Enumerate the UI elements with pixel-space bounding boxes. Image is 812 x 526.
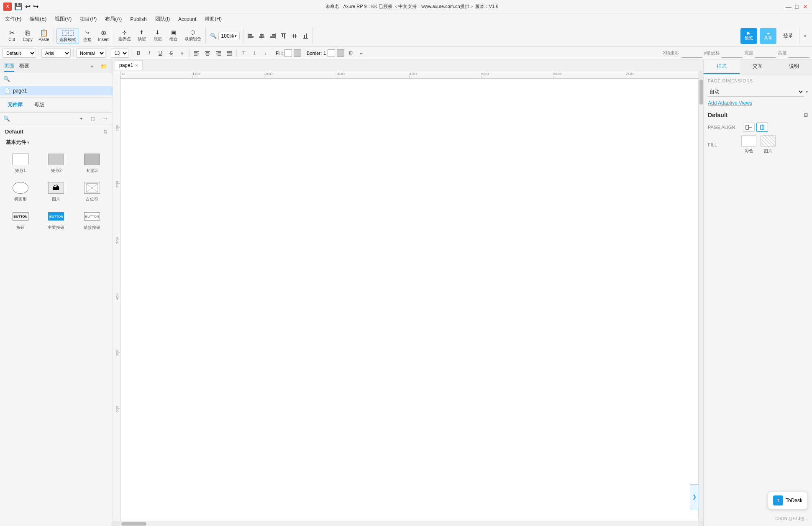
x-axis-input[interactable] <box>681 49 702 58</box>
menu-project[interactable]: 项目(P) <box>77 15 100 23</box>
horizontal-scrollbar[interactable] <box>120 521 698 526</box>
add-adaptive-views-link[interactable]: Add Adaptive Views <box>708 100 808 106</box>
copy-button[interactable]: ⎘ Copy <box>20 28 35 44</box>
canvas-area[interactable]: page1 ✕ ⊕ 0 100 200 300 400 500 <box>113 59 703 526</box>
select-mode-button[interactable]: ⬚⬚ 选择模式 <box>56 28 79 44</box>
fill-color-swatch[interactable] <box>284 49 292 57</box>
comp-link-button[interactable]: BUTTON 链接按钮 <box>75 206 109 233</box>
comp-placeholder[interactable]: 占位符 <box>75 178 109 205</box>
text-align-center-button[interactable] <box>203 49 212 58</box>
tab-masters[interactable]: 母版 <box>31 100 48 110</box>
vert-align-top-button[interactable]: ⊤ <box>239 49 248 58</box>
panel-expand-button[interactable]: ❯ <box>690 484 699 509</box>
share-button[interactable]: ☁ 共享 <box>760 28 776 44</box>
italic-button[interactable]: I <box>145 49 154 58</box>
library-expand-icon[interactable]: ⇅ <box>103 129 108 135</box>
comp-add-button[interactable]: + <box>77 114 86 123</box>
ungroup-button[interactable]: ⬡ 取消组合 <box>182 28 204 44</box>
redo-icon[interactable]: ↪ <box>33 3 38 10</box>
text-justify-button[interactable] <box>225 49 234 58</box>
strikethrough-button[interactable]: S <box>166 49 176 58</box>
page-align-left-button[interactable] <box>743 123 755 132</box>
login-button[interactable]: 登录 <box>779 31 797 41</box>
font-select[interactable]: Arial <box>41 49 71 58</box>
cut-button[interactable]: ✂ Cut <box>4 28 19 44</box>
comp-oval[interactable]: 椭圆形 <box>3 178 38 205</box>
border-style-swatch[interactable] <box>337 49 344 57</box>
text-align-right-button[interactable] <box>214 49 223 58</box>
page-item[interactable]: 📄 page1 <box>0 86 113 95</box>
comp-search-icon[interactable]: 🔍 <box>3 115 10 122</box>
tab-library[interactable]: 元件库 <box>4 100 26 110</box>
comp-primary-button[interactable]: BUTTON 主要按钮 <box>39 206 74 233</box>
more-toolbar-button[interactable]: » <box>800 28 809 44</box>
canvas-scroll[interactable]: ⊕ 0 100 200 300 400 500 600 <box>113 71 703 526</box>
edge-point-button[interactable]: ⊹ 边界点 <box>116 28 133 44</box>
comp-image[interactable]: 🏔 图片 <box>39 178 74 205</box>
height-input[interactable] <box>789 49 809 58</box>
menu-layout[interactable]: 布局(A) <box>102 15 125 23</box>
fill-color-option[interactable]: 彩色 <box>741 135 756 154</box>
close-button[interactable]: ✕ <box>802 3 809 10</box>
align-bottom-button[interactable] <box>300 31 310 41</box>
window-controls[interactable]: — □ ✕ <box>785 3 809 10</box>
dimension-select[interactable]: 自动 <box>708 87 804 97</box>
insert-button[interactable]: ⊕ Insert <box>96 28 111 44</box>
add-folder-button[interactable]: 📁 <box>99 62 108 71</box>
border-sides-button[interactable]: ⊞ <box>346 49 355 58</box>
style-dropdown[interactable]: Normal <box>76 49 105 58</box>
menu-publish[interactable]: Publish <box>127 15 150 23</box>
page-align-center-button[interactable] <box>756 123 768 132</box>
list-button[interactable]: ≡ <box>177 49 187 58</box>
bottom-layer-button[interactable]: ⬇ 底层 <box>150 28 165 44</box>
y-axis-input[interactable] <box>722 49 743 58</box>
tab-notes[interactable]: 说明 <box>776 59 812 74</box>
fill-pattern-swatch[interactable] <box>294 49 301 57</box>
save-icon[interactable]: 💾 <box>14 3 23 10</box>
todesk-widget[interactable]: T ToDesk <box>768 492 808 509</box>
text-align-left-button[interactable] <box>192 49 201 58</box>
edit-default-icon[interactable]: ⊟ <box>804 112 808 118</box>
group-button[interactable]: ▣ 组合 <box>166 28 181 44</box>
comp-more-button[interactable]: ⋯ <box>100 114 109 123</box>
connect-button[interactable]: ⤷ 连接 <box>80 28 95 44</box>
vert-align-bot-button[interactable]: ↓ <box>261 49 270 58</box>
vert-align-mid-button[interactable]: ⊥ <box>250 49 259 58</box>
align-right-button[interactable] <box>268 31 278 41</box>
undo-icon[interactable]: ↩ <box>25 3 31 10</box>
width-input[interactable] <box>755 49 776 58</box>
comp-rect1[interactable]: 矩形1 <box>3 149 38 176</box>
paste-button[interactable]: 📋 Paste <box>36 28 52 44</box>
maximize-button[interactable]: □ <box>794 3 800 10</box>
bold-button[interactable]: B <box>134 49 143 58</box>
comp-rect2[interactable]: 矩形2 <box>39 149 74 176</box>
v-scroll-thumb[interactable] <box>699 80 703 105</box>
top-layer-button[interactable]: ⬆ 顶层 <box>134 28 149 44</box>
pages-search-icon[interactable]: 🔍 <box>3 76 10 82</box>
align-center-h-button[interactable] <box>257 31 267 41</box>
minimize-button[interactable]: — <box>785 3 792 10</box>
h-scroll-thumb[interactable] <box>121 522 146 526</box>
underline-button[interactable]: U <box>156 49 165 58</box>
zoom-selector[interactable]: 100% ▾ <box>218 32 240 40</box>
align-top-button[interactable] <box>279 31 289 41</box>
font-size-select[interactable]: 13 <box>111 49 128 58</box>
add-page-button[interactable]: + <box>87 62 97 71</box>
vertical-scrollbar[interactable] <box>698 79 703 521</box>
menu-team[interactable]: 团队(I) <box>152 15 173 23</box>
comp-button[interactable]: BUTTON 按钮 <box>3 206 38 233</box>
menu-view[interactable]: 视图(V) <box>51 15 75 23</box>
close-tab-icon[interactable]: ✕ <box>135 63 138 68</box>
align-middle-v-button[interactable] <box>289 31 300 41</box>
menu-help[interactable]: 帮助(H) <box>201 15 225 23</box>
canvas-workspace[interactable] <box>120 79 698 521</box>
tab-style[interactable]: 样式 <box>704 59 740 74</box>
border-color-swatch[interactable] <box>328 49 335 57</box>
menu-edit[interactable]: 编辑(E) <box>26 15 50 23</box>
border-corners-button[interactable]: ⌐ <box>357 49 366 58</box>
align-left-button[interactable] <box>246 31 256 41</box>
tab-interact[interactable]: 交互 <box>740 59 776 74</box>
menu-account[interactable]: Account <box>175 15 200 23</box>
fill-image-option[interactable]: 图片 <box>761 135 776 154</box>
preview-button[interactable]: ▶ 预览 <box>740 28 757 44</box>
